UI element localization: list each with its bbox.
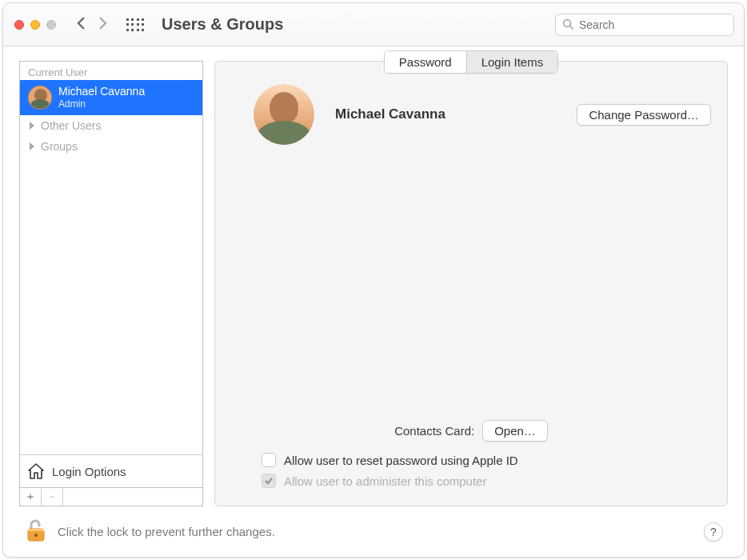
allow-admin-label: Allow user to administer this computer: [284, 474, 486, 488]
sidebar-column: Current User Michael Cavanna Admin Other…: [19, 61, 203, 506]
forward-button: [96, 15, 109, 34]
sidebar-user-name: Michael Cavanna: [58, 86, 145, 98]
search-input[interactable]: [579, 18, 727, 31]
allow-admin-row: Allow user to administer this computer: [231, 470, 711, 491]
minimize-window-icon[interactable]: [30, 20, 40, 30]
sidebar-item-groups[interactable]: Groups: [20, 136, 202, 157]
avatar-small: [28, 86, 52, 110]
search-field-wrap[interactable]: [555, 14, 734, 36]
traffic-lights: [14, 20, 56, 30]
search-icon: [562, 18, 574, 30]
tab-bar: Password Login Items: [384, 50, 558, 74]
chevron-right-icon: [28, 142, 36, 150]
body: Current User Michael Cavanna Admin Other…: [3, 46, 744, 557]
window: Users & Groups Current User Michael Cava…: [2, 2, 745, 558]
groups-label: Groups: [41, 140, 78, 153]
chevron-right-icon: [28, 122, 36, 130]
contacts-card-label: Contacts Card:: [394, 424, 474, 438]
open-contacts-button[interactable]: Open…: [482, 420, 548, 442]
show-all-prefs-button[interactable]: [126, 16, 144, 34]
sidebar-item-current-user[interactable]: Michael Cavanna Admin: [20, 80, 202, 115]
user-list: Current User Michael Cavanna Admin Other…: [19, 61, 203, 488]
toolbar: Users & Groups: [3, 3, 744, 46]
tab-login-items[interactable]: Login Items: [466, 51, 558, 73]
lock-hint-text: Click the lock to prevent further change…: [58, 525, 275, 538]
unlocked-padlock-icon: [24, 518, 46, 543]
remove-user-button: －: [42, 488, 63, 506]
nav-arrows: [75, 15, 109, 34]
chevron-left-icon: [75, 15, 88, 31]
svg-point-2: [34, 534, 38, 537]
change-password-button[interactable]: Change Password…: [577, 104, 711, 126]
footer: Click the lock to prevent further change…: [19, 506, 728, 546]
sidebar-plus-minus: ＋ －: [19, 488, 203, 506]
allow-reset-appleid-row[interactable]: Allow user to reset password using Apple…: [231, 450, 711, 470]
add-user-button[interactable]: ＋: [20, 488, 42, 506]
sidebar-user-role: Admin: [58, 98, 145, 110]
login-options-label: Login Options: [52, 465, 126, 478]
login-options-button[interactable]: Login Options: [20, 454, 202, 487]
checkbox-checked-disabled: [262, 474, 276, 488]
current-user-header: Current User: [20, 62, 202, 80]
avatar-large[interactable]: [254, 84, 314, 145]
chevron-right-icon: [96, 15, 109, 31]
house-icon: [26, 462, 46, 481]
pane-title: Users & Groups: [162, 15, 283, 34]
back-button[interactable]: [75, 15, 88, 34]
other-users-label: Other Users: [41, 119, 101, 132]
svg-rect-1: [28, 529, 44, 531]
lock-button[interactable]: [24, 518, 46, 546]
full-name-label: Michael Cavanna: [335, 106, 445, 122]
checkbox-unchecked[interactable]: [262, 453, 276, 467]
allow-reset-appleid-label: Allow user to reset password using Apple…: [284, 454, 518, 467]
close-window-icon[interactable]: [14, 20, 24, 30]
tab-password[interactable]: Password: [385, 51, 466, 73]
help-button[interactable]: ?: [704, 522, 723, 542]
zoom-window-icon: [46, 20, 56, 30]
content-panel: Password Login Items Michael Cavanna Cha…: [214, 61, 728, 506]
sidebar-item-other-users[interactable]: Other Users: [20, 115, 202, 136]
